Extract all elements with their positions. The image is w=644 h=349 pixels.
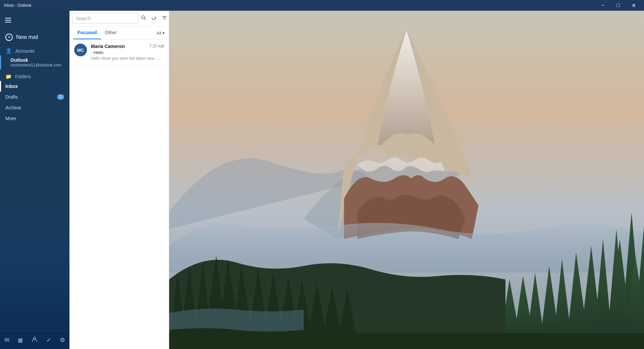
mail-icon: ✉ bbox=[4, 336, 9, 344]
folders-section-header: 📁 Folders bbox=[0, 69, 69, 81]
svg-line-2 bbox=[144, 18, 146, 20]
folder-item-inbox[interactable]: Inbox bbox=[0, 81, 69, 92]
folder-item-more[interactable]: More bbox=[0, 113, 69, 124]
mail-sender: Maria Cameron bbox=[91, 44, 125, 49]
account-name: Outlook bbox=[10, 57, 64, 63]
sidebar: + New mail 👤 Accounts Outlook contosotes… bbox=[0, 11, 69, 349]
chevron-right-icon: › bbox=[91, 51, 92, 55]
mail-subject: › Hello bbox=[91, 50, 164, 55]
mail-header: Maria Cameron 7:37 AM bbox=[91, 44, 164, 49]
people-icon bbox=[32, 336, 38, 344]
refresh-icon bbox=[151, 15, 156, 22]
sidebar-bottom-nav: ✉ ▦ ✓ ⚙ bbox=[0, 331, 69, 349]
search-icon bbox=[141, 16, 146, 21]
folder-item-archive[interactable]: Archive bbox=[0, 102, 69, 113]
refresh-button[interactable] bbox=[149, 14, 158, 23]
calendar-icon: ▦ bbox=[18, 337, 23, 343]
tab-focused[interactable]: Focused bbox=[73, 27, 101, 39]
inbox-tabs: Focused Other All ▾ bbox=[69, 27, 169, 40]
search-bar bbox=[69, 11, 169, 27]
filter-button[interactable] bbox=[160, 14, 169, 23]
mail-item[interactable]: MC Maria Cameron 7:37 AM › Hello Hello H… bbox=[69, 40, 169, 65]
mail-content: Maria Cameron 7:37 AM › Hello Hello Have… bbox=[91, 44, 164, 61]
window-controls: − □ ✕ bbox=[595, 0, 641, 11]
close-button[interactable]: ✕ bbox=[626, 0, 641, 11]
mail-list-panel: Focused Other All ▾ MC Maria Cameron 7:3… bbox=[69, 11, 169, 349]
chevron-down-icon: ▾ bbox=[162, 31, 165, 36]
account-email: contosotest11@outlook.com bbox=[10, 63, 64, 67]
filter-all-button[interactable]: All ▾ bbox=[157, 31, 165, 36]
mail-time: 7:37 AM bbox=[149, 44, 164, 49]
avatar: MC bbox=[74, 44, 87, 56]
app-body: + New mail 👤 Accounts Outlook contosotes… bbox=[0, 11, 644, 349]
svg-rect-35 bbox=[169, 333, 644, 349]
drafts-badge: 2 bbox=[57, 94, 64, 100]
folder-item-drafts[interactable]: Drafts 2 bbox=[0, 92, 69, 102]
mail-preview: Hello Have you seen the latest new, ... bbox=[91, 56, 164, 61]
maximize-button[interactable]: □ bbox=[610, 0, 626, 11]
search-button[interactable] bbox=[140, 14, 148, 23]
hamburger-icon bbox=[5, 18, 11, 22]
mail-nav-button[interactable]: ✉ bbox=[2, 334, 12, 346]
person-icon: 👤 bbox=[5, 48, 12, 54]
tab-other[interactable]: Other bbox=[101, 27, 121, 39]
calendar-nav-button[interactable]: ▦ bbox=[15, 334, 26, 346]
settings-nav-button[interactable]: ⚙ bbox=[57, 334, 68, 346]
reading-pane bbox=[169, 11, 644, 349]
settings-icon: ⚙ bbox=[60, 336, 65, 344]
minimize-button[interactable]: − bbox=[595, 0, 610, 11]
title-bar: Inbox - Outlook − □ ✕ bbox=[0, 0, 644, 11]
search-input[interactable] bbox=[72, 13, 138, 23]
tasks-nav-button[interactable]: ✓ bbox=[44, 334, 54, 346]
plus-icon: + bbox=[5, 34, 13, 41]
filter-icon bbox=[162, 15, 167, 22]
account-item[interactable]: Outlook contosotest11@outlook.com bbox=[0, 55, 69, 69]
new-mail-button[interactable]: + New mail bbox=[0, 30, 69, 45]
hamburger-button[interactable] bbox=[0, 12, 16, 28]
folder-icon: 📁 bbox=[5, 73, 12, 80]
people-nav-button[interactable] bbox=[29, 334, 40, 346]
tasks-icon: ✓ bbox=[46, 336, 51, 344]
new-mail-label: New mail bbox=[16, 34, 38, 40]
accounts-section-header: 👤 Accounts bbox=[0, 45, 69, 55]
sidebar-content: + New mail 👤 Accounts Outlook contosotes… bbox=[0, 11, 69, 349]
mountain-background bbox=[169, 11, 644, 349]
app-title: Inbox - Outlook bbox=[3, 3, 31, 8]
